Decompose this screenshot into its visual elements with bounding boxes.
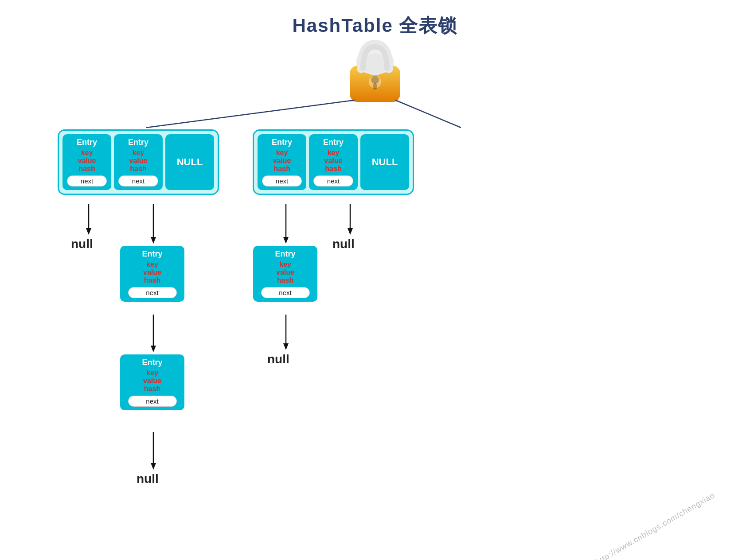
chain2-entry1-key: key: [279, 261, 291, 268]
chain1-entry2-key: key: [146, 369, 158, 377]
svg-line-8: [395, 100, 461, 128]
entry-value-0: value: [78, 157, 96, 165]
entry-label-r1: Entry: [323, 138, 344, 147]
entry-value-r1: value: [324, 157, 343, 165]
svg-marker-16: [151, 463, 156, 470]
hashtable-left-group: Entry key value hash next Entry key valu…: [58, 129, 219, 195]
svg-marker-14: [151, 346, 156, 352]
entry-next-1: next: [118, 175, 158, 187]
page-title: HashTable 全表锁: [0, 0, 750, 38]
svg-marker-10: [86, 228, 91, 235]
entry-value-r0: value: [273, 157, 291, 165]
svg-marker-12: [151, 237, 156, 244]
entry-next-r0: next: [262, 175, 302, 187]
chain1-entry2-value: value: [143, 377, 161, 385]
chain1-entry1-hash: hash: [144, 276, 160, 284]
chain2-entry1-value: value: [276, 268, 294, 276]
entry-hash-r1: hash: [325, 165, 341, 173]
chain1-entry2-label: Entry: [142, 358, 162, 367]
entry-label-1: Entry: [128, 138, 148, 147]
entry-key-r0: key: [276, 149, 288, 157]
svg-line-7: [146, 100, 355, 128]
entry-key-1: key: [133, 149, 145, 157]
null-cell-left: NULL: [165, 134, 214, 190]
entry-cell-0: Entry key value hash next: [62, 134, 111, 190]
null-chain2-bottom: null: [267, 352, 289, 366]
entry-label-r0: Entry: [272, 138, 292, 147]
chain1-entry2: Entry key value hash next: [120, 354, 184, 410]
entry-hash-0: hash: [78, 165, 95, 173]
chain2-entry1-label: Entry: [275, 249, 295, 259]
entry-hash-r0: hash: [273, 165, 290, 173]
entry-cell-r0: Entry key value hash next: [258, 134, 306, 190]
chain1-entry2-next: next: [128, 396, 177, 407]
chain1-entry1-next: next: [128, 287, 177, 298]
svg-point-5: [371, 76, 379, 84]
chain1-entry1: Entry key value hash next: [120, 246, 184, 302]
null-cell-right: NULL: [360, 134, 409, 190]
entry-hash-1: hash: [130, 165, 146, 173]
watermark: http://www.cnblogs.com/chengxiao: [594, 490, 716, 560]
null-left: null: [71, 237, 93, 251]
null-right: null: [332, 237, 355, 251]
chain1-entry1-label: Entry: [142, 249, 162, 259]
entry-cell-1: Entry key value hash next: [114, 134, 163, 190]
chain2-entry1-hash: hash: [277, 276, 293, 284]
lock-icon: [346, 35, 404, 102]
hashtable-right-group: Entry key value hash next Entry key valu…: [253, 129, 414, 195]
chain1-entry2-hash: hash: [144, 385, 160, 393]
svg-marker-20: [283, 343, 289, 350]
entry-cell-r1: Entry key value hash next: [309, 134, 358, 190]
chain1-entry1-value: value: [143, 268, 161, 276]
null-chain1-bottom: null: [137, 472, 159, 486]
svg-marker-22: [348, 228, 353, 235]
entry-label-0: Entry: [77, 138, 97, 147]
entry-key-r1: key: [328, 149, 340, 157]
svg-marker-18: [283, 237, 289, 244]
entry-next-0: next: [67, 175, 107, 187]
chain2-entry1-next: next: [261, 287, 310, 298]
chain1-entry1-key: key: [146, 261, 158, 268]
entry-value-1: value: [129, 157, 148, 165]
entry-key-0: key: [81, 149, 93, 157]
svg-rect-6: [373, 83, 377, 89]
chain2-entry1: Entry key value hash next: [253, 246, 317, 302]
entry-next-r1: next: [313, 175, 353, 187]
